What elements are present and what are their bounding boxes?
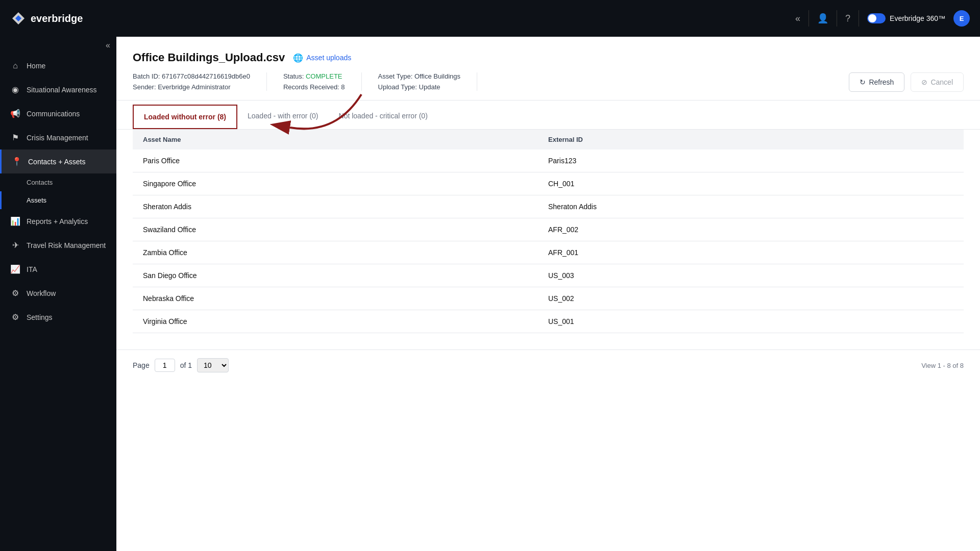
- divider-1: [808, 10, 809, 27]
- asset-name-0: Paris Office: [143, 157, 548, 165]
- settings-icon: ⚙: [10, 312, 20, 322]
- sidebar-item-travel-risk[interactable]: ✈ Travel Risk Management: [0, 233, 116, 257]
- layout: « ⌂ Home ◉ Situational Awareness 📢 Commu…: [0, 37, 980, 551]
- sidebar-item-home[interactable]: ⌂ Home: [0, 54, 116, 78]
- status-value: COMPLETE: [306, 72, 342, 80]
- breadcrumb-link[interactable]: 🌐 Asset uploads: [293, 53, 351, 63]
- everbridge-360: Everbridge 360™: [867, 13, 945, 23]
- batch-id-value: 671677c08d442716619db6e0: [162, 72, 250, 80]
- col-asset-name: Asset Name: [143, 136, 548, 143]
- meta-block-type: Asset Type: Office Buildings Upload Type…: [378, 72, 477, 91]
- topbar-right: « 👤 ? Everbridge 360™ E: [795, 10, 970, 27]
- home-icon: ⌂: [10, 61, 20, 70]
- table-row: Sheraton Addis Sheraton Addis: [133, 195, 964, 218]
- logo: everbridge: [10, 10, 83, 27]
- asset-name-2: Sheraton Addis: [143, 203, 548, 211]
- travel-icon: ✈: [10, 240, 20, 250]
- tab-loaded-without-error-label: Loaded without error (8): [144, 113, 226, 121]
- contacts-assets-icon: 📍: [12, 157, 22, 166]
- sidebar-label-workflow: Workflow: [27, 289, 56, 297]
- sidebar-label-reports: Reports + Analytics: [27, 217, 88, 226]
- page-header: Office Buildings_Upload.csv 🌐 Asset uplo…: [116, 37, 980, 101]
- external-id-4: AFR_001: [548, 248, 953, 257]
- cancel-button[interactable]: ⊘ Cancel: [911, 72, 964, 92]
- cancel-icon: ⊘: [921, 78, 927, 86]
- collapse-icon[interactable]: «: [795, 13, 800, 24]
- action-buttons: ↻ Refresh ⊘ Cancel: [849, 72, 964, 92]
- refresh-button[interactable]: ↻ Refresh: [849, 72, 904, 92]
- sidebar-sub-contacts-label: Contacts: [27, 179, 53, 186]
- page-input[interactable]: [155, 359, 175, 372]
- sidebar-label-communications: Communications: [27, 110, 80, 118]
- situational-awareness-icon: ◉: [10, 85, 20, 94]
- sidebar-item-crisis-management[interactable]: ⚑ Crisis Management: [0, 126, 116, 149]
- sidebar-label-ita: ITA: [27, 265, 37, 273]
- sidebar-label-contacts-assets: Contacts + Assets: [28, 158, 85, 166]
- page-title: Office Buildings_Upload.csv: [133, 51, 285, 64]
- logo-text: everbridge: [31, 13, 83, 24]
- upload-type-text: Upload Type: Update: [378, 83, 460, 91]
- per-page-select[interactable]: 10 25 50 100: [197, 358, 229, 372]
- upload-type-value: Update: [419, 83, 440, 91]
- external-id-2: Sheraton Addis: [548, 203, 953, 211]
- page-label: Page: [133, 361, 150, 369]
- sidebar-sub-assets-label: Assets: [27, 196, 46, 204]
- main-content: Office Buildings_Upload.csv 🌐 Asset uplo…: [116, 37, 980, 551]
- sidebar: « ⌂ Home ◉ Situational Awareness 📢 Commu…: [0, 37, 116, 551]
- tab-loaded-with-error[interactable]: Loaded - with error (0): [237, 105, 329, 129]
- sidebar-item-reports-analytics[interactable]: 📊 Reports + Analytics: [0, 209, 116, 233]
- asset-name-6: Nebraska Office: [143, 294, 548, 303]
- asset-name-7: Virginia Office: [143, 317, 548, 325]
- sidebar-item-settings[interactable]: ⚙ Settings: [0, 305, 116, 329]
- asset-type-text: Asset Type: Office Buildings: [378, 72, 460, 80]
- pagination: Page of 1 10 25 50 100 View 1 - 8 of 8: [116, 349, 980, 381]
- page-title-row: Office Buildings_Upload.csv 🌐 Asset uplo…: [133, 51, 964, 64]
- records-value: 8: [341, 83, 345, 91]
- sidebar-sub-assets[interactable]: Assets: [0, 191, 116, 209]
- divider-2: [837, 10, 837, 27]
- external-id-5: US_003: [548, 271, 953, 280]
- sidebar-item-ita[interactable]: 📈 ITA: [0, 257, 116, 281]
- reports-icon: 📊: [10, 216, 20, 226]
- table-area: Asset Name External ID Paris Office Pari…: [116, 130, 980, 349]
- external-id-0: Paris123: [548, 157, 953, 165]
- refresh-icon: ↻: [860, 78, 866, 86]
- asset-type-value: Office Buildings: [414, 72, 460, 80]
- sidebar-item-communications[interactable]: 📢 Communications: [0, 102, 116, 126]
- user-icon[interactable]: 👤: [817, 13, 828, 24]
- table-row: Paris Office Paris123: [133, 149, 964, 172]
- batch-id-text: Batch ID: 671677c08d442716619db6e0: [133, 72, 250, 80]
- sidebar-collapse-button[interactable]: «: [0, 37, 116, 54]
- sidebar-label-crisis-management: Crisis Management: [27, 134, 88, 142]
- asset-name-5: San Diego Office: [143, 271, 548, 280]
- of-label: of 1: [180, 361, 192, 369]
- meta-block-status: Status: COMPLETE Records Received: 8: [283, 72, 362, 91]
- table-row: San Diego Office US_003: [133, 264, 964, 287]
- sender-text: Sender: Everbridge Administrator: [133, 83, 250, 91]
- table-row: Zambia Office AFR_001: [133, 241, 964, 264]
- sidebar-label-situational-awareness: Situational Awareness: [27, 86, 97, 94]
- meta-row: Batch ID: 671677c08d442716619db6e0 Sende…: [133, 72, 964, 92]
- 360-toggle[interactable]: [867, 13, 886, 23]
- help-icon[interactable]: ?: [845, 13, 850, 24]
- view-label: View 1 - 8 of 8: [921, 362, 964, 369]
- table-row: Virginia Office US_001: [133, 310, 964, 333]
- communications-icon: 📢: [10, 109, 20, 118]
- table-row: Nebraska Office US_002: [133, 287, 964, 310]
- sidebar-item-contacts-assets[interactable]: 📍 Contacts + Assets: [0, 149, 116, 173]
- tab-not-loaded-critical[interactable]: Not loaded - critical error (0): [329, 105, 438, 129]
- external-id-6: US_002: [548, 294, 953, 303]
- asset-name-1: Singapore Office: [143, 180, 548, 188]
- divider-3: [859, 10, 859, 27]
- ita-icon: 📈: [10, 264, 20, 274]
- sidebar-item-situational-awareness[interactable]: ◉ Situational Awareness: [0, 78, 116, 102]
- sidebar-label-home: Home: [27, 62, 45, 70]
- avatar[interactable]: E: [953, 10, 970, 27]
- tab-loaded-with-error-label: Loaded - with error (0): [248, 112, 318, 120]
- sidebar-sub-contacts[interactable]: Contacts: [0, 173, 116, 191]
- breadcrumb-label: Asset uploads: [306, 54, 351, 62]
- tab-loaded-without-error[interactable]: Loaded without error (8): [133, 105, 237, 129]
- sidebar-label-travel: Travel Risk Management: [27, 241, 106, 249]
- sidebar-item-workflow[interactable]: ⚙ Workflow: [0, 281, 116, 305]
- workflow-icon: ⚙: [10, 288, 20, 298]
